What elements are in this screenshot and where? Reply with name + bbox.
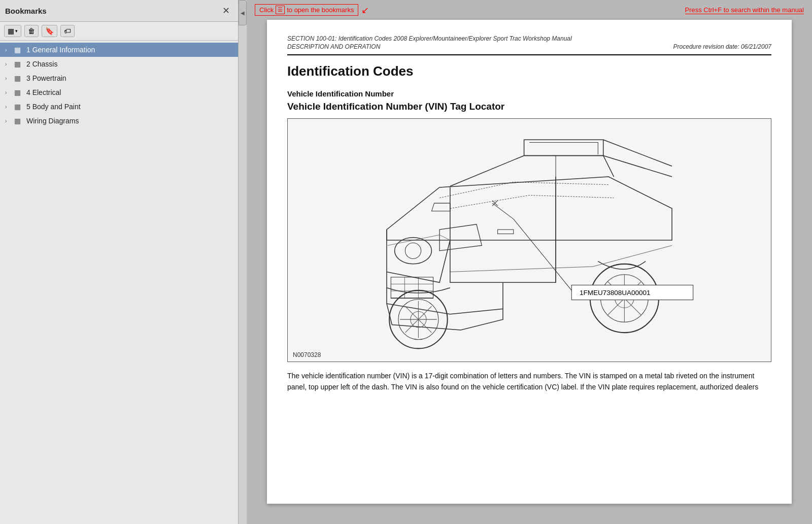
bookmark-section-icon: ▦ — [14, 103, 23, 111]
bookmark-item-4[interactable]: ›▦4 Electrical — [0, 85, 238, 100]
section-subheader-left: DESCRIPTION AND OPERATION — [287, 43, 380, 50]
vin-diagram: 1FMEU73808UA00001 — [287, 118, 771, 362]
expand-icon: ▦ — [8, 27, 14, 35]
main-content: Click ☰ to open the bookmarks ↙ Press Ct… — [247, 0, 812, 524]
bookmark-button[interactable]: 🔖 — [42, 25, 57, 37]
bookmark-item-6[interactable]: ›▦Wiring Diagrams — [0, 114, 238, 128]
bookmark-icon-hint: ☰ — [276, 6, 285, 14]
svg-line-22 — [514, 219, 572, 290]
bookmark-item-label: Wiring Diagrams — [26, 117, 79, 125]
bookmark-section-icon: ▦ — [14, 60, 23, 68]
section-subheader: DESCRIPTION AND OPERATION Procedure revi… — [287, 43, 771, 50]
bookmark-item-label: 5 Body and Paint — [26, 103, 81, 111]
hint-open-text: to open the bookmarks — [287, 6, 354, 14]
sidebar: Bookmarks ✕ ▦ ▾ 🗑 🔖 🏷 ›▦1 General Inform… — [0, 0, 239, 524]
expand-button[interactable]: ▦ ▾ — [5, 25, 21, 37]
svg-line-17 — [603, 140, 672, 166]
doc-subtitle: Vehicle Identification Number — [287, 89, 771, 98]
trash-icon: 🗑 — [28, 27, 35, 35]
bookmark-section-icon: ▦ — [14, 46, 23, 54]
svg-point-0 — [395, 238, 432, 264]
section-header: SECTION 100-01: Identification Codes 200… — [287, 35, 771, 42]
doc-heading: Vehicle Identification Number (VIN) Tag … — [287, 101, 771, 112]
collapse-handle[interactable]: ◀ — [239, 0, 247, 25]
svg-rect-26 — [391, 277, 433, 299]
section-subheader-right: Procedure revision date: 06/21/2007 — [673, 43, 771, 50]
bookmark-item-label: 3 Powertrain — [26, 74, 66, 82]
search-hint: Press Ctrl+F to search within the manual — [685, 6, 804, 14]
bookmark-item-label: 1 General Information — [26, 46, 95, 54]
vehicle-diagram-svg: 1FMEU73808UA00001 — [293, 124, 766, 356]
svg-rect-16 — [498, 230, 514, 234]
delete-button[interactable]: 🗑 — [24, 25, 39, 37]
chevron-icon: › — [5, 76, 11, 81]
expand-btn-group: ▦ ▾ — [4, 25, 21, 37]
doc-title: Identification Codes — [287, 63, 771, 79]
svg-line-23 — [492, 203, 514, 219]
bookmark-item-label: 4 Electrical — [26, 88, 61, 96]
bookmark-list: ›▦1 General Information›▦2 Chassis›▦3 Po… — [0, 41, 238, 524]
bookmark-item-2[interactable]: ›▦2 Chassis — [0, 57, 238, 71]
bookmark-section-icon: ▦ — [14, 117, 23, 125]
hint-click-text: Click — [259, 6, 274, 14]
bookmark-item-label: 2 Chassis — [26, 60, 57, 68]
sidebar-title: Bookmarks — [5, 7, 47, 15]
open-bookmarks-hint: Click ☰ to open the bookmarks — [255, 4, 358, 16]
chevron-icon: › — [5, 47, 11, 53]
chevron-icon: › — [5, 61, 11, 67]
hint-arrow: ↙ — [361, 5, 369, 16]
sidebar-close-button[interactable]: ✕ — [219, 4, 233, 17]
chevron-icon: › — [5, 90, 11, 95]
sidebar-header: Bookmarks ✕ — [0, 0, 238, 22]
bookmark-icon: 🔖 — [45, 27, 54, 35]
chevron-icon: › — [5, 118, 11, 124]
diagram-code: N0070328 — [293, 351, 321, 358]
document: SECTION 100-01: Identification Codes 200… — [267, 20, 792, 504]
doc-divider — [287, 54, 771, 55]
svg-text:1FMEU73808UA00001: 1FMEU73808UA00001 — [580, 289, 651, 297]
toolbar: ▦ ▾ 🗑 🔖 🏷 — [0, 22, 238, 41]
tag-button[interactable]: 🏷 — [60, 25, 75, 37]
top-bar: Click ☰ to open the bookmarks ↙ Press Ct… — [247, 0, 812, 20]
svg-line-18 — [603, 155, 672, 177]
bookmark-section-icon: ▦ — [14, 88, 23, 96]
bookmark-section-icon: ▦ — [14, 74, 23, 82]
doc-body: The vehicle identification number (VIN) … — [287, 370, 771, 393]
bookmark-item-1[interactable]: ›▦1 General Information — [0, 43, 238, 57]
chevron-down-icon: ▾ — [15, 28, 18, 34]
bookmark-item-5[interactable]: ›▦5 Body and Paint — [0, 100, 238, 114]
svg-point-1 — [405, 243, 421, 258]
bookmark-item-3[interactable]: ›▦3 Powertrain — [0, 71, 238, 85]
tag-icon: 🏷 — [64, 27, 71, 35]
chevron-icon: › — [5, 104, 11, 110]
